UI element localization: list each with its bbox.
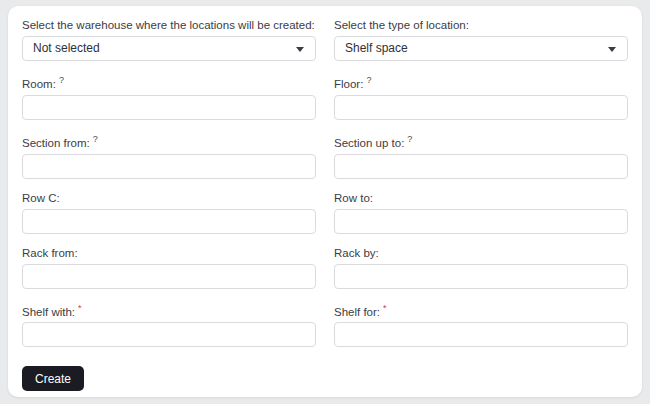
field-section-from: Section from:?: [22, 133, 316, 179]
location-type-select-label: Select the type of location:: [334, 19, 628, 32]
shelf-for-input[interactable]: [334, 322, 628, 347]
section-up-to-label: Section up to:?: [334, 133, 628, 150]
label-text: Floor:: [334, 78, 363, 90]
field-section-up-to: Section up to:?: [334, 133, 628, 179]
label-text: Room:: [22, 78, 56, 90]
create-button[interactable]: Create: [22, 366, 84, 391]
chevron-down-icon: [296, 47, 304, 52]
room-input[interactable]: [22, 95, 316, 120]
rack-by-input[interactable]: [334, 264, 628, 289]
label-text: Shelf for:: [334, 305, 380, 317]
form-grid: Select the warehouse where the locations…: [22, 19, 628, 360]
field-shelf-for: Shelf for:*: [334, 302, 628, 348]
label-text: Section from:: [22, 137, 90, 149]
shelf-with-label: Shelf with:*: [22, 302, 316, 319]
label-text: Section up to:: [334, 137, 404, 149]
label-text: Row to:: [334, 192, 373, 204]
location-type-select[interactable]: Shelf space: [334, 36, 628, 61]
section-from-input[interactable]: [22, 154, 316, 179]
room-label: Room:?: [22, 74, 316, 91]
label-text: Select the type of location:: [334, 19, 469, 31]
page-background: { "form": { "warehouse_select": { "label…: [0, 0, 650, 404]
chevron-down-icon: [608, 47, 616, 52]
label-text: Shelf with:: [22, 305, 75, 317]
warehouse-select-label: Select the warehouse where the locations…: [22, 19, 316, 32]
required-mark: *: [383, 303, 387, 313]
label-text: Select the warehouse where the locations…: [22, 19, 315, 31]
location-type-select-value: Shelf space: [345, 41, 408, 55]
location-form-card: Select the warehouse where the locations…: [8, 6, 642, 397]
label-text: Rack from:: [22, 247, 78, 259]
required-mark: *: [78, 303, 82, 313]
shelf-for-label: Shelf for:*: [334, 302, 628, 319]
field-location-type: Select the type of location: Shelf space: [334, 19, 628, 61]
label-text: Row C:: [22, 192, 60, 204]
help-mark: ?: [366, 75, 371, 85]
field-rack-from: Rack from:: [22, 247, 316, 289]
row-c-input[interactable]: [22, 209, 316, 234]
field-shelf-with: Shelf with:*: [22, 302, 316, 348]
rack-from-input[interactable]: [22, 264, 316, 289]
field-row-to: Row to:: [334, 192, 628, 234]
help-mark: ?: [407, 134, 412, 144]
field-warehouse: Select the warehouse where the locations…: [22, 19, 316, 61]
row-to-label: Row to:: [334, 192, 628, 205]
rack-from-label: Rack from:: [22, 247, 316, 260]
field-floor: Floor:?: [334, 74, 628, 120]
row-to-input[interactable]: [334, 209, 628, 234]
warehouse-select-value: Not selected: [33, 41, 100, 55]
label-text: Rack by:: [334, 247, 379, 259]
shelf-with-input[interactable]: [22, 322, 316, 347]
floor-input[interactable]: [334, 95, 628, 120]
rack-by-label: Rack by:: [334, 247, 628, 260]
warehouse-select[interactable]: Not selected: [22, 36, 316, 61]
field-room: Room:?: [22, 74, 316, 120]
row-c-label: Row C:: [22, 192, 316, 205]
section-from-label: Section from:?: [22, 133, 316, 150]
help-mark: ?: [93, 134, 98, 144]
help-mark: ?: [59, 75, 64, 85]
field-rack-by: Rack by:: [334, 247, 628, 289]
floor-label: Floor:?: [334, 74, 628, 91]
field-row-c: Row C:: [22, 192, 316, 234]
section-up-to-input[interactable]: [334, 154, 628, 179]
